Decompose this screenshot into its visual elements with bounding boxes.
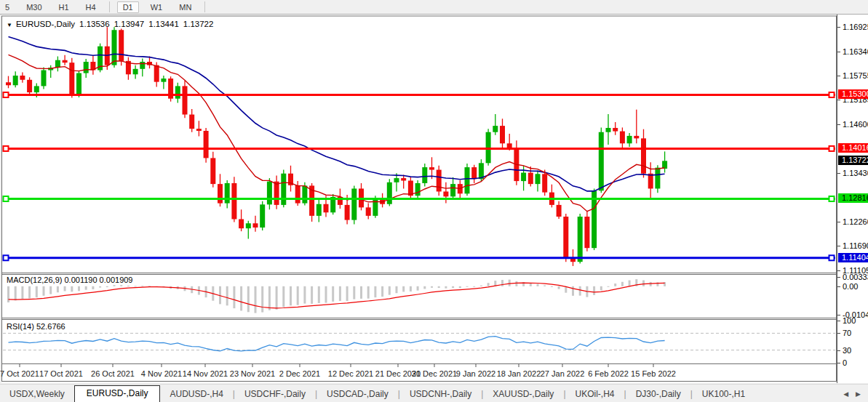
date-label: 15 Feb 2022: [631, 369, 676, 378]
tab-eurusd-daily[interactable]: EURUSD-,Daily: [74, 385, 161, 402]
rsi-indicator-label: RSI(14) 52.6766: [7, 322, 65, 331]
rsi-axis-tick: 70: [843, 329, 851, 337]
axis-tick: [837, 270, 840, 271]
tab-usdcnh-daily[interactable]: USDCNH-,Daily: [400, 387, 481, 402]
price-axis: 1.169251.163401.157551.151851.146001.134…: [837, 15, 868, 383]
axis-tick: [837, 246, 840, 246]
date-label: 2 Dec 2021: [279, 369, 320, 378]
tab-usdx-weekly[interactable]: USDX,Weekly: [0, 387, 74, 402]
date-label: 6 Feb 2022: [588, 369, 629, 378]
rsi-name: RSI(14): [7, 322, 34, 331]
ohlc-high: 1.13947: [114, 20, 145, 28]
ohlc-close: 1.13722: [183, 20, 214, 28]
macd-histogram: [7, 279, 666, 313]
axis-tick: [837, 100, 840, 100]
chart-window: ▼EURUSD-,Daily1.135361.139471.134411.137…: [1, 15, 837, 383]
tab-dj30-daily[interactable]: DJ30-,Daily: [626, 387, 690, 402]
price-tick: 1.11690: [843, 241, 868, 250]
price-badge: 1.14016: [838, 143, 868, 153]
price-tick: 1.16340: [843, 47, 868, 56]
timeframe-button-m30[interactable]: M30: [21, 2, 47, 12]
axis-tick: [837, 363, 840, 363]
date-label: 18 Jan 2022: [497, 369, 541, 378]
macd-axis-tick: 0.00: [843, 282, 858, 291]
price-badge: 1.11404: [838, 253, 868, 262]
timeframe-button-d1[interactable]: D1: [117, 1, 139, 13]
macd-axis-tick: 0.003331: [843, 273, 868, 281]
axis-tick: [837, 286, 840, 287]
timeframe-button-h1[interactable]: H1: [54, 2, 74, 12]
candlesticks: [6, 27, 667, 266]
rsi-axis-tick: 30: [843, 346, 851, 355]
axis-tick: [837, 173, 840, 174]
date-label: 26 Oct 2021: [91, 369, 135, 378]
axis-tick: [837, 52, 840, 52]
rsi-axis-tick: 0: [843, 358, 847, 367]
price-tick: 1.15755: [843, 71, 868, 80]
symbol-dropdown-icon[interactable]: ▼: [7, 22, 12, 28]
chart-symbol-label: EURUSD-,Daily: [16, 20, 75, 28]
axis-tick: [837, 321, 840, 321]
tab-scroll-right-icon[interactable]: ▶: [856, 390, 861, 398]
ohlc-low: 1.13441: [148, 20, 179, 28]
ma-fast-line: [9, 55, 665, 211]
date-label: 17 Oct 2021: [39, 369, 83, 378]
trading-terminal: 5M30H1H4D1W1MN ▼EURUSD-,Daily1.135361.13…: [0, 0, 868, 402]
tab-scroll-nav: ◀▶: [843, 390, 868, 402]
axis-tick: [837, 27, 840, 28]
macd-indicator-label: MACD(12,26,9) 0.001190 0.001909: [7, 276, 132, 284]
axis-tick: [837, 333, 840, 334]
rsi-line: [9, 337, 665, 351]
axis-tick: [837, 350, 840, 351]
price-tick: 1.16925: [843, 23, 868, 31]
date-label: 27 Jan 2022: [541, 369, 585, 378]
tab-ukoil-h4[interactable]: UKOil-,H4: [566, 387, 624, 402]
timeframe-button-h4[interactable]: H4: [81, 2, 101, 12]
axis-tick: [837, 124, 840, 125]
ohlc-open: 1.13536: [79, 20, 110, 28]
horizontal-level-lines: [3, 92, 835, 260]
timeframe-button-mn[interactable]: MN: [174, 2, 196, 12]
date-label: 30 Dec 2021: [412, 369, 457, 378]
tab-xauusd-daily[interactable]: XAUUSD-,Daily: [483, 387, 563, 402]
date-label: 14 Nov 2021: [183, 369, 228, 378]
tab-usdcad-daily[interactable]: USDCAD-,Daily: [317, 387, 398, 402]
tab-uk100-h1[interactable]: UK100-,H1: [693, 387, 754, 402]
tab-scroll-left-icon[interactable]: ◀: [843, 390, 848, 398]
toolbar-separator: [109, 1, 110, 12]
date-label: 23 Nov 2021: [230, 369, 275, 378]
axis-tick: [837, 76, 840, 76]
price-badge: 1.13722: [838, 156, 868, 165]
chart-title: ▼EURUSD-,Daily1.135361.139471.134411.137…: [7, 20, 213, 28]
rsi-axis-tick: 100: [843, 316, 856, 325]
rsi-value: 52.6766: [36, 322, 65, 331]
price-tick: 1.13430: [843, 169, 868, 177]
macd-values: 0.001190 0.001909: [64, 276, 132, 284]
timeframe-toolbar: 5M30H1H4D1W1MN: [0, 0, 868, 15]
date-label: 12 Dec 2021: [328, 369, 373, 378]
axis-tick: [837, 315, 840, 315]
axis-tick: [837, 277, 840, 278]
price-badge: 1.12816: [838, 193, 868, 203]
price-tick: 1.14600: [843, 120, 868, 129]
tab-audusd-h4[interactable]: AUDUSD-,H4: [160, 387, 232, 402]
tab-usdchf-daily[interactable]: USDCHF-,Daily: [235, 387, 315, 402]
chart-tabs-bar: USDX,WeeklyEURUSD-,DailyAUDUSD-,H4|USDCH…: [0, 384, 868, 402]
macd-name: MACD(12,26,9): [7, 276, 62, 284]
axis-tick: [837, 222, 840, 222]
date-label: 7 Oct 2021: [0, 369, 39, 378]
date-label: 9 Jan 2022: [456, 369, 495, 378]
timeframe-button-w1[interactable]: W1: [146, 2, 168, 12]
price-badge: 1.15300: [838, 89, 868, 99]
toolbar-separator: [204, 1, 205, 12]
date-label: 4 Nov 2021: [141, 369, 182, 378]
price-tick: 1.12260: [843, 217, 868, 226]
chart-plot[interactable]: [1, 15, 837, 383]
timeframe-button-5[interactable]: 5: [0, 2, 15, 12]
